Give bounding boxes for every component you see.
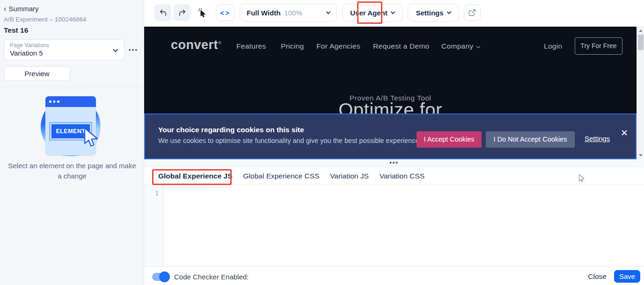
viewport-width-dropdown[interactable]: Full Width 100% [240,4,337,21]
scrollbar-thumb[interactable] [638,35,644,50]
external-link-icon [468,8,476,17]
code-editor[interactable]: 1 [144,185,644,266]
convert-visual-editor: ‹Summary A/B Experiment – 100246864 Test… [0,0,644,285]
tab-variation-js[interactable]: Variation JS [330,172,368,180]
cookie-banner: Your choice regarding cookies on this si… [144,114,637,159]
chevron-down-icon [326,10,331,14]
editor-gutter: 1 [144,185,164,266]
website-preview-frame[interactable]: convert® Features Pricing For Agencies R… [144,27,644,159]
registered-mark: ® [218,41,221,45]
nav-link-for-agencies[interactable]: For Agencies [316,42,360,50]
test-name-label: Test 16 [4,26,28,35]
code-input-area[interactable] [164,185,644,266]
user-agent-dropdown[interactable]: User Agent [342,4,402,21]
experiment-id-label: A/B Experiment – 100246864 [4,16,86,23]
editor-footer: Code Checker Enabled: Close Save [144,266,644,285]
close-button[interactable]: Close [588,272,607,281]
resize-handle[interactable]: ••• [144,159,644,165]
decline-cookies-button[interactable]: I Do Not Accept Cookies [486,131,575,148]
convert-logo[interactable]: convert® [171,38,221,52]
hero-heading-clipped: Optimize for [144,100,637,114]
scroll-up-arrow-icon[interactable] [639,29,643,32]
try-for-free-button[interactable]: Try For Free [575,37,622,55]
undo-icon [159,8,168,17]
nav-link-company-label: Company [441,42,473,50]
convert-logo-text: convert [171,38,218,52]
nav-link-features[interactable]: Features [236,42,266,50]
editor-toolbar: <> Full Width 100% User Agent Settings [144,0,644,27]
cookie-settings-link[interactable]: Settings [585,135,610,142]
tab-global-experience-js[interactable]: Global Experience JS [158,172,233,180]
scroll-down-arrow-icon[interactable] [639,154,643,157]
chevron-down-icon [446,10,451,14]
code-icon: <> [220,9,230,17]
nav-link-request-demo[interactable]: Request a Demo [373,42,430,50]
settings-label: Settings [416,9,443,17]
page-variation-selector[interactable]: Page Variations Variation 5 [4,39,124,60]
variation-menu-button[interactable]: ⋯ [128,44,138,55]
redo-icon [178,8,187,17]
browser-titlebar-graphic [45,96,96,107]
cursor-arrow-graphic [83,127,102,148]
accept-cookies-button[interactable]: I Accept Cookies [417,131,482,148]
preview-scrollbar[interactable] [637,27,644,159]
code-tab-bar: Global Experience JS Global Experience C… [144,167,644,185]
open-external-button[interactable] [464,4,481,21]
code-checker-label: Code Checker Enabled: [174,273,249,281]
redo-button[interactable] [174,4,190,21]
code-editor-mode-button[interactable]: <> [216,4,234,21]
cookie-banner-body: We use cookies to optimise site function… [158,137,421,144]
select-element-mode-button[interactable] [194,4,212,21]
variation-selector-value: Variation 5 [10,49,118,57]
undo-button[interactable] [154,4,171,21]
chevron-down-icon [390,10,395,14]
code-checker-toggle[interactable] [152,273,169,281]
save-button[interactable]: Save [614,270,640,283]
cookie-banner-title: Your choice regarding cookies on this si… [158,126,304,134]
back-label: Summary [8,5,38,13]
empty-state-message: Select an element on the page and make a… [7,161,138,181]
settings-dropdown[interactable]: Settings [408,4,459,21]
back-chevron-icon: ‹ [4,5,6,13]
tab-global-experience-css[interactable]: Global Experience CSS [243,172,320,180]
sidebar: ‹Summary A/B Experiment – 100246864 Test… [0,0,144,285]
nav-link-login[interactable]: Login [544,42,562,50]
sidebar-divider [0,86,144,87]
hero-heading-text: Optimize for [144,100,637,114]
preview-button[interactable]: Preview [4,66,70,81]
line-number: 1 [155,190,159,197]
toggle-knob [159,271,170,282]
back-to-summary-link[interactable]: ‹Summary [4,5,39,13]
viewport-width-label: Full Width [247,9,280,17]
select-cursor-icon [198,7,208,18]
nav-link-company[interactable]: Company [441,42,480,50]
panel-resize-strip: ••• [144,159,644,167]
chevron-down-icon [476,44,480,48]
cookie-close-icon[interactable]: ✕ [621,128,628,137]
nav-link-pricing[interactable]: Pricing [281,42,304,50]
variation-selector-label: Page Variations [10,42,118,49]
user-agent-label: User Agent [350,9,387,17]
zoom-level-value: 100% [284,9,302,17]
tab-variation-css[interactable]: Variation CSS [380,172,424,180]
